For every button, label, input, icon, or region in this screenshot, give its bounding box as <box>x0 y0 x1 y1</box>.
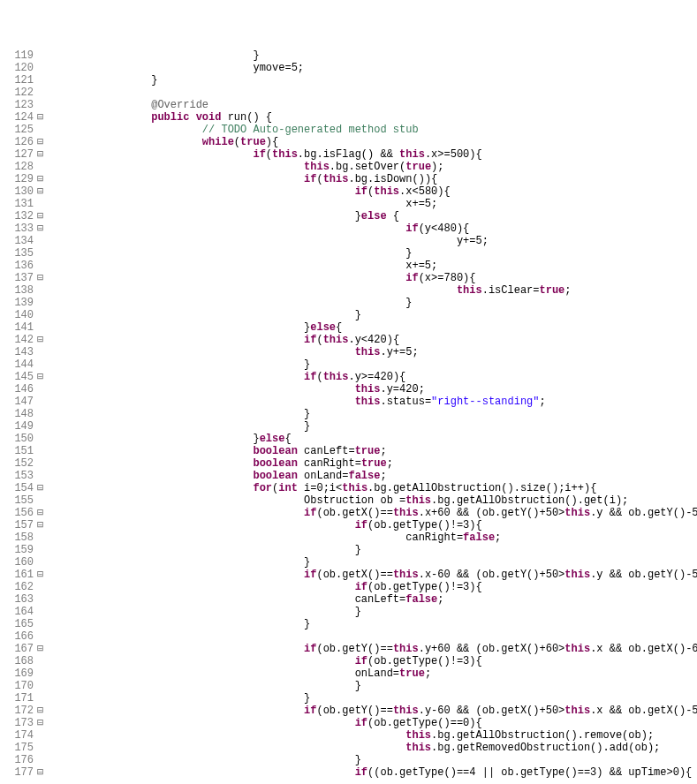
code-line[interactable]: this.y+=5; <box>49 346 697 358</box>
code-line[interactable]: if((ob.getType()==4 || ob.getType()==3) … <box>49 766 697 779</box>
code-line[interactable]: if(this.x<580){ <box>49 185 697 198</box>
fold-collapse-icon[interactable]: ⊟ <box>37 222 49 235</box>
code-line[interactable]: while(true){ <box>49 136 697 148</box>
code-editor[interactable]: 1191201211221231241251261271281291301311… <box>0 49 697 784</box>
code-line[interactable]: x+=5; <box>49 198 697 210</box>
code-line[interactable]: if(x>=780){ <box>49 272 697 284</box>
fold-collapse-icon[interactable]: ⊟ <box>37 185 49 198</box>
fold-collapse-icon[interactable]: ⊟ <box>37 173 49 185</box>
code-line[interactable]: this.isClear=true; <box>49 284 697 297</box>
fold-spacer <box>37 87 49 99</box>
fold-gutter[interactable]: ⊟ ⊟⊟ ⊟⊟ ⊟⊟ ⊟ ⊟ ⊟ ⊟ ⊟⊟ ⊟ ⊟ ⊟⊟ ⊟ <box>37 49 49 784</box>
fold-collapse-icon[interactable]: ⊟ <box>37 643 49 655</box>
fold-spacer <box>37 531 49 544</box>
code-line[interactable]: if(ob.getY()==this.y+60 && (ob.getX()+60… <box>49 643 697 655</box>
code-line[interactable]: // TODO Auto-generated method stub <box>49 124 697 136</box>
code-line[interactable]: y+=5; <box>49 235 697 247</box>
code-line[interactable]: } <box>49 358 697 371</box>
code-line[interactable]: this.bg.getRemovedObstruction().add(ob); <box>49 742 697 754</box>
code-line[interactable]: if(ob.getY()==this.y-60 && (ob.getX()+50… <box>49 705 697 717</box>
code-line[interactable]: ymove=5; <box>49 62 697 74</box>
code-line[interactable]: if(ob.getType()!=3){ <box>49 655 697 667</box>
code-line[interactable]: if(ob.getType()!=3){ <box>49 581 697 593</box>
line-number: 165 <box>0 618 34 630</box>
line-number: 153 <box>0 470 34 482</box>
code-line[interactable]: } <box>49 309 697 321</box>
code-line[interactable]: if(this.y<420){ <box>49 334 697 346</box>
code-line[interactable]: if(this.bg.isFlag() && this.x>=500){ <box>49 148 697 161</box>
line-number: 122 <box>0 87 34 99</box>
code-line[interactable]: canRight=false; <box>49 531 697 544</box>
code-line[interactable]: } <box>49 692 697 705</box>
code-line[interactable] <box>49 87 697 99</box>
fold-collapse-icon[interactable]: ⊟ <box>37 482 49 494</box>
code-line[interactable]: } <box>49 544 697 556</box>
fold-collapse-icon[interactable]: ⊟ <box>37 148 49 161</box>
code-line[interactable]: } <box>49 408 697 420</box>
code-line[interactable]: if(ob.getType()!=3){ <box>49 519 697 531</box>
fold-collapse-icon[interactable]: ⊟ <box>37 210 49 222</box>
code-line[interactable]: } <box>49 74 697 87</box>
line-number: 155 <box>0 494 34 507</box>
fold-spacer <box>37 235 49 247</box>
fold-spacer <box>37 494 49 507</box>
fold-collapse-icon[interactable]: ⊟ <box>37 111 49 124</box>
code-line[interactable]: this.bg.setOver(true); <box>49 161 697 173</box>
code-line[interactable]: if(ob.getX()==this.x+60 && (ob.getY()+50… <box>49 507 697 519</box>
code-line[interactable]: } <box>49 606 697 618</box>
code-line[interactable]: boolean canLeft=true; <box>49 445 697 457</box>
line-number: 157 <box>0 519 34 531</box>
code-line[interactable]: this.status="right--standing"; <box>49 396 697 408</box>
fold-spacer <box>37 556 49 569</box>
fold-collapse-icon[interactable]: ⊟ <box>37 519 49 531</box>
code-line[interactable]: boolean onLand=false; <box>49 470 697 482</box>
fold-spacer <box>37 655 49 667</box>
line-number: 174 <box>0 729 34 742</box>
code-line[interactable]: } <box>49 680 697 692</box>
code-line[interactable]: } <box>49 247 697 260</box>
code-line[interactable]: boolean canRight=true; <box>49 457 697 470</box>
code-line[interactable]: Obstruction ob =this.bg.getAllObstructio… <box>49 494 697 507</box>
line-number: 130 <box>0 185 34 198</box>
code-line[interactable]: public void run() { <box>49 111 697 124</box>
fold-collapse-icon[interactable]: ⊟ <box>37 272 49 284</box>
fold-collapse-icon[interactable]: ⊟ <box>37 507 49 519</box>
fold-collapse-icon[interactable]: ⊟ <box>37 371 49 383</box>
line-number: 138 <box>0 284 34 297</box>
code-line[interactable]: @Override <box>49 99 697 111</box>
fold-collapse-icon[interactable]: ⊟ <box>37 569 49 581</box>
fold-spacer <box>37 198 49 210</box>
code-line[interactable]: } <box>49 618 697 630</box>
code-line[interactable]: if(this.bg.isDown()){ <box>49 173 697 185</box>
code-line[interactable]: canLeft=false; <box>49 593 697 606</box>
code-line[interactable]: } <box>49 420 697 433</box>
code-line[interactable]: this.y=420; <box>49 383 697 396</box>
fold-spacer <box>37 680 49 692</box>
line-number: 163 <box>0 593 34 606</box>
code-line[interactable]: } <box>49 297 697 309</box>
code-line[interactable]: }else{ <box>49 321 697 334</box>
line-number: 148 <box>0 408 34 420</box>
code-line[interactable]: }else { <box>49 210 697 222</box>
fold-collapse-icon[interactable]: ⊟ <box>37 766 49 779</box>
fold-collapse-icon[interactable]: ⊟ <box>37 334 49 346</box>
code-line[interactable]: this.bg.getAllObstruction().remove(ob); <box>49 729 697 742</box>
code-line[interactable]: if(ob.getX()==this.x-60 && (ob.getY()+50… <box>49 569 697 581</box>
code-line[interactable]: x+=5; <box>49 260 697 272</box>
code-line[interactable]: if(ob.getType()==0){ <box>49 717 697 729</box>
code-content[interactable]: } ymove=5; } @Override public void run()… <box>49 49 697 784</box>
code-line[interactable] <box>49 630 697 643</box>
code-line[interactable]: } <box>49 556 697 569</box>
fold-collapse-icon[interactable]: ⊟ <box>37 136 49 148</box>
fold-collapse-icon[interactable]: ⊟ <box>37 705 49 717</box>
code-line[interactable]: } <box>49 49 697 62</box>
fold-spacer <box>37 309 49 321</box>
code-line[interactable]: onLand=true; <box>49 667 697 680</box>
code-line[interactable]: }else{ <box>49 433 697 445</box>
code-line[interactable]: if(this.y>=420){ <box>49 371 697 383</box>
code-line[interactable]: for(int i=0;i<this.bg.getAllObstruction(… <box>49 482 697 494</box>
code-line[interactable]: } <box>49 754 697 766</box>
code-line[interactable]: if(y<480){ <box>49 222 697 235</box>
line-number: 150 <box>0 433 34 445</box>
fold-collapse-icon[interactable]: ⊟ <box>37 717 49 729</box>
